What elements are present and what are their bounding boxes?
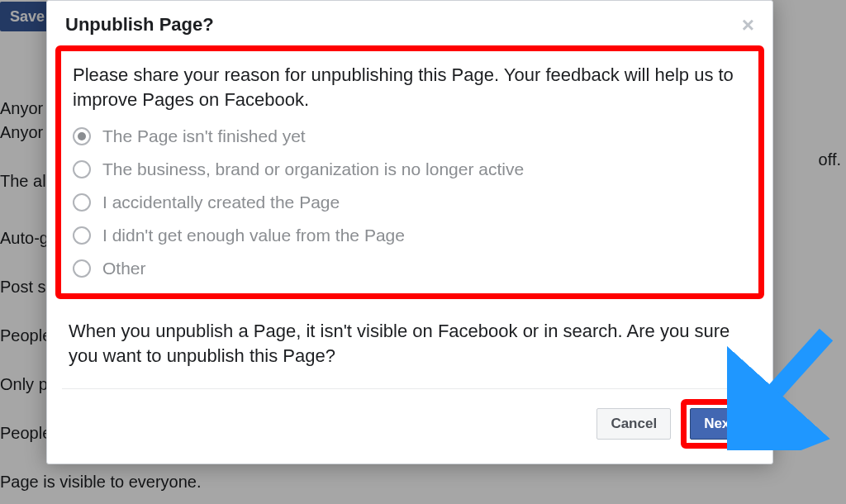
close-icon[interactable]: × (742, 14, 754, 36)
radio-icon[interactable] (73, 226, 91, 245)
reason-highlight-box: Please share your reason for unpublishin… (55, 45, 764, 299)
reason-label: Other (102, 259, 146, 278)
next-button[interactable]: Next (690, 408, 749, 440)
radio-icon[interactable] (73, 259, 91, 278)
modal-footer: Cancel Next (47, 389, 772, 464)
next-highlight-box: Next (681, 399, 758, 449)
reason-option[interactable]: The Page isn't finished yet (73, 126, 747, 146)
reason-label: The business, brand or organization is n… (102, 159, 524, 179)
radio-icon[interactable] (73, 127, 91, 145)
reason-option[interactable]: Other (73, 259, 747, 278)
radio-icon[interactable] (73, 160, 91, 178)
modal-title: Unpublish Page? (65, 14, 214, 36)
reason-label: The Page isn't finished yet (102, 126, 306, 146)
reason-label: I accidentally created the Page (102, 193, 340, 212)
radio-icon[interactable] (73, 193, 91, 212)
confirm-text: When you unpublish a Page, it isn't visi… (47, 299, 772, 374)
instruction-text: Please share your reason for unpublishin… (73, 63, 747, 112)
cancel-button[interactable]: Cancel (596, 408, 671, 440)
reason-option[interactable]: I didn't get enough value from the Page (73, 226, 747, 245)
unpublish-modal: Unpublish Page? × Please share your reas… (46, 0, 773, 464)
modal-header: Unpublish Page? × (47, 1, 772, 45)
reason-option[interactable]: The business, brand or organization is n… (73, 159, 747, 179)
reason-option[interactable]: I accidentally created the Page (73, 193, 747, 212)
reason-label: I didn't get enough value from the Page (102, 226, 405, 245)
